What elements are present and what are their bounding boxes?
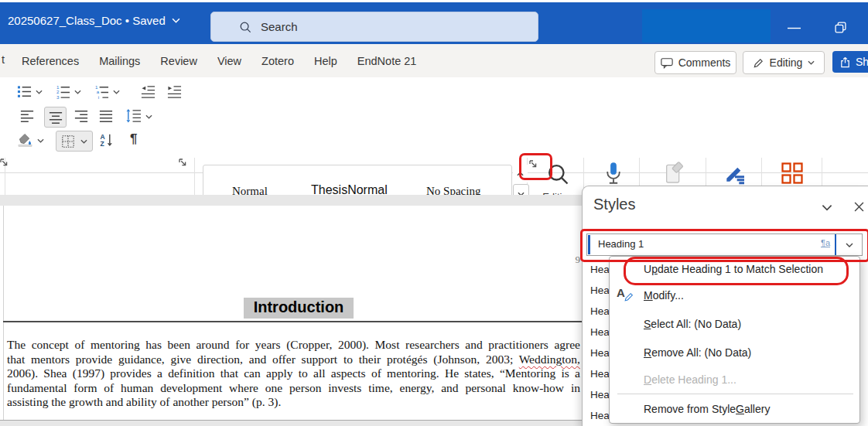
decrease-indent-button[interactable] bbox=[141, 84, 155, 99]
editor-pen-icon bbox=[723, 161, 747, 186]
add-ins-grid-icon bbox=[781, 162, 804, 185]
chevron-down-icon bbox=[846, 243, 853, 247]
title-bar: 20250627_Class_Doc • Saved Search bbox=[0, 2, 868, 44]
line-spacing-button[interactable] bbox=[125, 108, 142, 123]
chevron-up-icon bbox=[517, 172, 524, 176]
pane-close-icon[interactable] bbox=[854, 202, 864, 212]
sensitivity-label-icon bbox=[662, 161, 685, 186]
numbering-button[interactable]: 123 bbox=[56, 84, 70, 99]
search-icon bbox=[546, 162, 569, 186]
menu-separator bbox=[617, 394, 853, 394]
chevron-down-icon[interactable] bbox=[113, 90, 120, 94]
modify-style-icon: A bbox=[617, 286, 637, 303]
misspelled-word: Weddington, bbox=[519, 353, 580, 366]
paragraph-line: assisting the growth and ability of anot… bbox=[7, 395, 580, 410]
combo-divider bbox=[835, 234, 836, 255]
style-name-combo[interactable]: Heading 1 ¶a bbox=[586, 233, 863, 256]
menu-item-delete-style[interactable]: Delete Heading 1... bbox=[610, 366, 859, 393]
page-number: 9 bbox=[562, 254, 580, 266]
comments-icon bbox=[661, 57, 673, 69]
minimize-button[interactable] bbox=[788, 27, 801, 29]
justify-button[interactable] bbox=[99, 109, 113, 123]
search-input[interactable]: Search bbox=[210, 12, 538, 42]
pencil-icon bbox=[753, 57, 764, 69]
search-placeholder: Search bbox=[261, 20, 298, 33]
linked-style-marker: ¶a bbox=[821, 238, 830, 247]
chevron-down-icon bbox=[808, 60, 815, 65]
line-spacing-icon bbox=[125, 108, 142, 123]
align-center-button[interactable] bbox=[44, 107, 67, 128]
justify-icon bbox=[99, 109, 113, 123]
paragraph-line: 2006). Shea (1997) provides a definition… bbox=[7, 366, 580, 381]
pane-collapse-chevron-icon[interactable] bbox=[822, 204, 832, 211]
decrease-indent-icon bbox=[141, 84, 155, 99]
multilevel-list-icon: 1ai bbox=[94, 84, 109, 99]
document-heading[interactable]: Introduction bbox=[244, 298, 354, 319]
combo-accent-bar bbox=[588, 235, 590, 254]
minimize-icon bbox=[788, 27, 801, 29]
tab-endnote[interactable]: EndNote 21 bbox=[357, 55, 417, 67]
bullets-button[interactable] bbox=[17, 84, 32, 99]
restore-icon bbox=[835, 22, 846, 33]
align-right-icon bbox=[74, 109, 88, 123]
chevron-down-icon[interactable] bbox=[37, 138, 44, 143]
tab-references[interactable]: References bbox=[22, 55, 79, 67]
styles-pane-title: Styles bbox=[593, 196, 635, 213]
svg-text:A: A bbox=[100, 133, 104, 141]
chevron-down-icon[interactable] bbox=[145, 114, 152, 119]
borders-button[interactable] bbox=[56, 131, 93, 152]
sort-button[interactable]: AZ bbox=[99, 132, 114, 147]
sort-az-icon: AZ bbox=[99, 132, 114, 147]
svg-text:Z: Z bbox=[100, 140, 104, 147]
gallery-scroll-up-button[interactable] bbox=[513, 165, 528, 182]
document-title[interactable]: 20250627_Class_Doc • Saved bbox=[8, 14, 180, 27]
svg-text:i: i bbox=[98, 94, 99, 99]
paragraph-dialog-launcher-icon[interactable] bbox=[179, 158, 187, 167]
style-dropdown-button[interactable] bbox=[837, 234, 862, 255]
increase-indent-button[interactable] bbox=[167, 84, 182, 99]
bullet-list-icon bbox=[17, 84, 32, 99]
pencil-icon bbox=[624, 291, 634, 302]
chevron-down-icon[interactable] bbox=[36, 90, 43, 94]
menu-item-update-style[interactable]: Update Heading 1 to Match Selection bbox=[610, 257, 859, 281]
align-left-button[interactable] bbox=[20, 109, 34, 123]
tab-partial[interactable]: t bbox=[2, 53, 5, 66]
numbered-list-icon: 123 bbox=[56, 84, 70, 99]
document-title-text: 20250627_Class_Doc • Saved bbox=[8, 14, 166, 27]
share-icon bbox=[839, 56, 851, 68]
font-dialog-launcher-icon[interactable] bbox=[0, 158, 9, 167]
chevron-down-icon[interactable] bbox=[74, 90, 81, 94]
menu-item-modify[interactable]: A Modify... bbox=[610, 281, 859, 309]
paragraph-line: The concept of mentoring has been around… bbox=[7, 338, 580, 353]
editing-mode-button[interactable]: Editing bbox=[743, 51, 825, 74]
tab-zotero[interactable]: Zotero bbox=[261, 55, 294, 67]
share-button[interactable]: Sha bbox=[832, 51, 868, 73]
ribbon-tabs: References Mailings Review View Zotero H… bbox=[22, 44, 416, 77]
tab-help[interactable]: Help bbox=[314, 55, 337, 67]
chevron-down-icon bbox=[172, 18, 180, 23]
menu-item-remove-from-gallery[interactable]: Remove from Style Gallery bbox=[610, 395, 859, 422]
tab-review[interactable]: Review bbox=[160, 55, 197, 67]
page-bottom-edge bbox=[0, 420, 582, 426]
tab-view[interactable]: View bbox=[217, 55, 241, 67]
document-paragraph[interactable]: The concept of mentoring has been around… bbox=[7, 338, 580, 410]
svg-text:3: 3 bbox=[56, 94, 60, 99]
borders-icon bbox=[61, 135, 75, 148]
ribbon: 123 1ai bbox=[0, 77, 868, 173]
microphone-icon bbox=[603, 162, 624, 186]
pilcrow-icon: ¶ bbox=[130, 131, 137, 146]
multilevel-list-button[interactable]: 1ai bbox=[94, 84, 109, 99]
paragraph-line: that mentors provide guidance, give dire… bbox=[7, 353, 580, 367]
menu-item-select-all[interactable]: Select All: (No Data) bbox=[610, 309, 859, 338]
ribbon-tab-row: t References Mailings Review View Zotero… bbox=[0, 44, 868, 78]
account-area[interactable] bbox=[642, 9, 771, 43]
align-center-icon bbox=[49, 111, 63, 124]
comments-button[interactable]: Comments bbox=[654, 51, 736, 74]
show-marks-button[interactable]: ¶ bbox=[130, 131, 137, 147]
menu-item-remove-all[interactable]: Remove All: (No Data) bbox=[610, 338, 859, 366]
restore-button[interactable] bbox=[835, 22, 846, 33]
tab-mailings[interactable]: Mailings bbox=[99, 55, 140, 67]
shading-button[interactable] bbox=[17, 132, 33, 147]
search-icon bbox=[239, 21, 251, 33]
align-right-button[interactable] bbox=[74, 109, 88, 123]
